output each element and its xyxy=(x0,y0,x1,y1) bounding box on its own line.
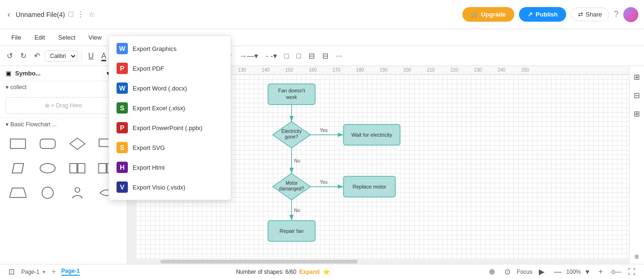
shape-diamond[interactable] xyxy=(65,134,90,153)
export-excel-item[interactable]: S Export Excel (.xlsx) xyxy=(109,98,231,118)
expand-button[interactable]: Expand xyxy=(299,269,319,275)
shape-ellipse[interactable] xyxy=(35,159,60,178)
redo-button[interactable]: ↻ xyxy=(17,49,29,62)
export-visio-label: Export Visio (.vsdx) xyxy=(133,184,185,191)
publish-button[interactable]: ↗ Publish xyxy=(519,7,566,22)
right-panel-format-button[interactable]: ⊞ xyxy=(631,70,643,84)
page-selector: Page-1 ▾ xyxy=(21,269,46,275)
align-left-button[interactable]: ⊟ xyxy=(306,49,318,62)
export-svg-label: Export SVG xyxy=(133,144,165,151)
export-dropdown-menu: W Export Graphics P Export PDF W Export … xyxy=(109,35,231,200)
play-button[interactable]: ▶ xyxy=(536,265,547,278)
save-icon[interactable]: □ xyxy=(69,10,74,19)
share-icon2[interactable]: ⋮ xyxy=(77,10,84,19)
layer-button[interactable]: □ xyxy=(293,50,304,62)
shape-bracket[interactable] xyxy=(65,159,90,178)
share-icon: ⇄ xyxy=(578,11,583,18)
add-page-button[interactable]: ＋ xyxy=(50,267,58,277)
zoom-dropdown-button[interactable]: ▾ xyxy=(583,265,592,278)
svg-text:gone?: gone? xyxy=(285,134,298,140)
page-tab-active[interactable]: Page-1 xyxy=(61,268,80,276)
menu-file[interactable]: File xyxy=(6,32,27,43)
export-word-item[interactable]: W Export Word (.docx) xyxy=(109,78,231,98)
menu-bar: File Edit Select View Symbol Search Feat… xyxy=(0,29,644,46)
sidebar-header: ▣ Symbo... ▾ 🔍 xyxy=(0,66,127,81)
drag-here-area[interactable]: ⊕ + Drag Here xyxy=(6,97,121,114)
shadow-button[interactable]: □ xyxy=(282,50,292,62)
section-collect[interactable]: ▾ collect xyxy=(0,81,127,93)
shape-circle[interactable] xyxy=(35,183,60,202)
underline-button[interactable]: U xyxy=(85,50,97,62)
export-visio-item[interactable]: V Export Visio (.vsdx) xyxy=(109,177,231,197)
font-selector[interactable]: Calibri xyxy=(45,50,77,62)
top-bar-right: 🛒 Upgrade ↗ Publish ⇄ Share ? xyxy=(462,7,638,22)
menu-select[interactable]: Select xyxy=(52,32,81,43)
help-button[interactable]: ? xyxy=(614,9,619,19)
clear-format-button[interactable]: ↶ xyxy=(31,49,43,62)
fullscreen-button[interactable]: ⛶ xyxy=(625,266,638,278)
section-basic-flowchart[interactable]: ▾ Basic Flowchart ... xyxy=(0,118,127,131)
undo-button[interactable]: ↺ xyxy=(4,49,16,62)
zoom-level: 100% xyxy=(566,269,581,275)
menu-edit[interactable]: Edit xyxy=(29,32,50,43)
share-button[interactable]: ⇄ Share xyxy=(571,8,609,21)
right-panel-link-button[interactable]: ⊟ xyxy=(631,88,643,103)
shape-rounded-rect[interactable] xyxy=(35,134,60,153)
dash-style-button[interactable]: - -▾ xyxy=(263,49,279,62)
shape-trapezoid[interactable] xyxy=(6,183,30,202)
export-ppt-item[interactable]: P Export PowerPoint (.pptx) xyxy=(109,118,231,138)
share-label: Share xyxy=(585,11,602,18)
publish-icon: ↗ xyxy=(527,11,533,18)
more-button[interactable]: ··· xyxy=(333,50,345,62)
shapes-count: Number of shapes: 6/60 xyxy=(236,269,296,275)
export-graphics-item[interactable]: W Export Graphics xyxy=(109,39,231,58)
right-panel-list-button[interactable]: ≡ xyxy=(632,250,642,264)
cart-icon: 🛒 xyxy=(471,11,478,18)
export-pdf-label: Export PDF xyxy=(133,65,164,72)
shape-parallelogram[interactable] xyxy=(6,159,30,178)
star-icon[interactable]: ☆ xyxy=(88,10,95,19)
back-button[interactable]: ‹ xyxy=(6,8,12,21)
svg-point-11 xyxy=(75,188,80,192)
drag-here-icon: ⊕ xyxy=(45,102,50,109)
export-svg-item[interactable]: S Export SVG xyxy=(109,138,231,157)
scrollbar-horizontal[interactable] xyxy=(136,259,629,264)
export-html-label: Export Html xyxy=(133,164,165,171)
menu-view[interactable]: View xyxy=(83,32,108,43)
shape-rect[interactable] xyxy=(6,134,30,153)
shape-person[interactable] xyxy=(65,183,90,202)
svg-text:No: No xyxy=(294,158,301,164)
status-left: ⊡ Page-1 ▾ ＋ Page-1 xyxy=(6,265,80,278)
export-word-label: Export Word (.docx) xyxy=(133,85,187,92)
svg-text:No: No xyxy=(294,208,301,213)
export-graphics-label: Export Graphics xyxy=(133,45,176,52)
font-color-button[interactable]: A xyxy=(99,50,109,62)
page-tab-inactive[interactable]: Page-1 xyxy=(21,269,40,275)
status-right: ⊕ ⊙ Focus ▶ — 100% ▾ ＋ ⊙— ⛶ xyxy=(486,265,638,279)
right-panel-grid-button[interactable]: ⊞ xyxy=(631,107,643,121)
arrow-style-button[interactable]: →—▾ xyxy=(236,49,261,62)
svg-rect-6 xyxy=(78,164,85,173)
upgrade-button[interactable]: 🛒 Upgrade xyxy=(462,7,515,22)
zoom-minus-button[interactable]: — xyxy=(551,266,564,278)
svg-marker-9 xyxy=(9,188,26,197)
export-svg-icon: S xyxy=(117,142,128,153)
page-layout-button[interactable]: ⊡ xyxy=(6,265,17,278)
shapes-grid-row3 xyxy=(0,181,127,206)
shapes-grid-row1 xyxy=(0,131,127,157)
export-html-item[interactable]: H Export Html xyxy=(109,157,231,177)
align-right-button[interactable]: ⊟ xyxy=(319,49,331,62)
focus-icon[interactable]: ⊙ xyxy=(502,265,513,278)
export-pdf-item[interactable]: P Export PDF xyxy=(109,58,231,78)
right-panel: ⊞ ⊟ ⊞ ≡ xyxy=(629,66,644,264)
layer-stack-button[interactable]: ⊕ xyxy=(486,265,498,278)
svg-rect-7 xyxy=(99,164,106,173)
avatar[interactable] xyxy=(623,7,638,22)
svg-text:work: work xyxy=(285,94,297,100)
svg-rect-5 xyxy=(70,164,77,173)
scrollbar-thumb[interactable] xyxy=(160,260,358,263)
zoom-plus-button[interactable]: ＋ xyxy=(594,265,607,279)
svg-text:Motor: Motor xyxy=(285,181,298,186)
publish-label: Publish xyxy=(535,11,558,18)
sidebar-shape-icon: ▣ xyxy=(6,70,11,77)
